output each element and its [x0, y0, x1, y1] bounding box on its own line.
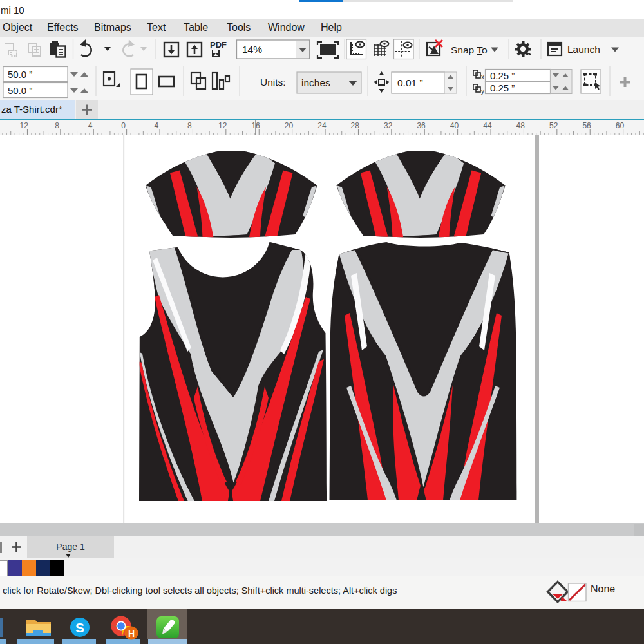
- svg-text:S: S: [75, 620, 84, 635]
- svg-text:0.25 ”: 0.25 ”: [490, 82, 515, 93]
- svg-text:14%: 14%: [242, 44, 262, 55]
- svg-text:x: x: [481, 73, 484, 80]
- svg-text:H: H: [128, 629, 135, 639]
- svg-text:Launch: Launch: [567, 44, 600, 55]
- svg-text:50.0 ”: 50.0 ”: [8, 69, 32, 80]
- svg-text:inches: inches: [301, 77, 330, 88]
- svg-text:Snap To: Snap To: [451, 44, 488, 55]
- svg-text:0.25 ”: 0.25 ”: [490, 70, 515, 81]
- svg-text:50.0 ”: 50.0 ”: [8, 85, 32, 96]
- svg-text:y: y: [481, 88, 484, 95]
- svg-text:0.01 ”: 0.01 ”: [397, 77, 423, 88]
- svg-text:Units:: Units:: [260, 77, 286, 88]
- svg-text:PDF: PDF: [210, 40, 227, 50]
